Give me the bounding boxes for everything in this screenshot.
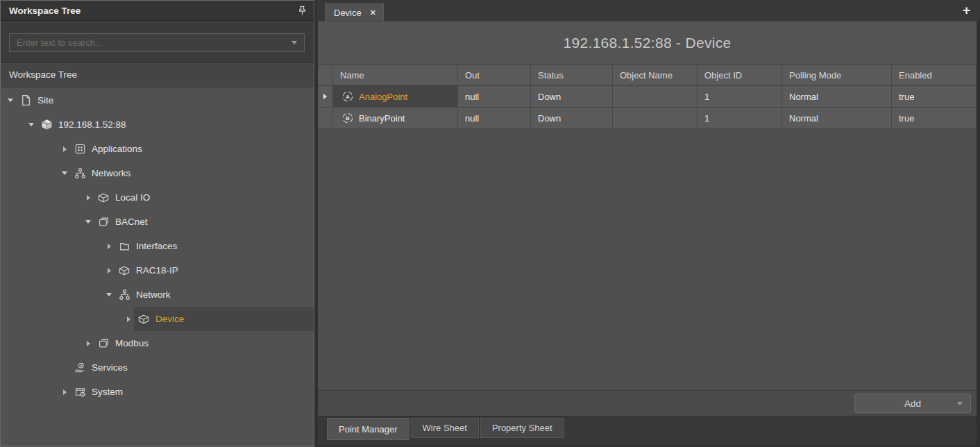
header-name[interactable]: Name bbox=[333, 65, 458, 85]
cell-name[interactable]: B BinaryPoint bbox=[333, 108, 458, 128]
folder-icon bbox=[117, 239, 131, 253]
expander-icon[interactable] bbox=[103, 268, 115, 273]
network-icon bbox=[117, 288, 131, 302]
chevron-down-icon[interactable] bbox=[957, 402, 963, 405]
expander-icon[interactable] bbox=[59, 389, 70, 395]
table-header-row: Name Out Status Object Name Object ID Po… bbox=[318, 65, 977, 86]
tab-point-manager[interactable]: Point Manager bbox=[327, 418, 409, 440]
header-polling-mode[interactable]: Polling Mode bbox=[782, 65, 892, 85]
svg-text:A: A bbox=[346, 94, 350, 100]
device-cube-icon bbox=[96, 191, 110, 205]
tree-item-device[interactable]: Device bbox=[1, 307, 314, 331]
cell-status[interactable]: Down bbox=[531, 108, 613, 128]
view-title: 192.168.1.52:88 - Device bbox=[318, 22, 977, 65]
view-tab-strip: Point Manager Wire Sheet Property Sheet bbox=[318, 416, 977, 445]
tree-item-local-io[interactable]: Local IO bbox=[1, 185, 314, 210]
row-selector[interactable] bbox=[318, 108, 333, 128]
panel-title: Workspace Tree bbox=[9, 6, 298, 16]
apps-icon bbox=[73, 142, 87, 156]
search-strip bbox=[1, 21, 314, 63]
document-icon bbox=[19, 94, 33, 108]
cell-enabled[interactable]: true bbox=[892, 108, 977, 128]
expander-icon[interactable] bbox=[5, 99, 16, 102]
workspace-tree-panel: Workspace Tree Workspace Tree Site bbox=[0, 0, 314, 447]
table-row[interactable]: B BinaryPoint null Down 1 Normal true bbox=[318, 108, 977, 129]
tree-item-system[interactable]: System bbox=[1, 380, 314, 404]
new-tab-button[interactable]: + bbox=[953, 2, 980, 19]
expander-icon[interactable] bbox=[123, 317, 134, 322]
cell-out[interactable]: null bbox=[458, 108, 531, 128]
point-name: BinaryPoint bbox=[359, 113, 405, 124]
tree-item-bacnet[interactable]: BACnet bbox=[1, 210, 314, 234]
expander-icon[interactable] bbox=[59, 171, 70, 175]
search-input[interactable] bbox=[17, 37, 292, 48]
tree-item-rac18-ip[interactable]: RAC18-IP bbox=[1, 258, 314, 282]
point-name: AnalogPoint bbox=[359, 92, 407, 102]
expander-icon[interactable] bbox=[103, 244, 115, 249]
document-tab-strip: Device ✕ + bbox=[316, 0, 980, 21]
expander-icon[interactable] bbox=[59, 146, 70, 152]
tab-wire-sheet[interactable]: Wire Sheet bbox=[411, 418, 479, 438]
expander-icon[interactable] bbox=[26, 123, 37, 126]
system-icon bbox=[73, 385, 87, 399]
stack-icon bbox=[96, 337, 110, 351]
header-status[interactable]: Status bbox=[531, 65, 613, 85]
services-icon bbox=[73, 361, 87, 375]
main-panel: Device ✕ + 192.168.1.52:88 - Device Name… bbox=[316, 0, 980, 447]
device-cube-icon bbox=[117, 264, 131, 278]
cell-enabled[interactable]: true bbox=[892, 86, 977, 107]
expander-icon[interactable] bbox=[83, 341, 94, 346]
cell-status[interactable]: Down bbox=[531, 86, 613, 107]
tree-item-controller[interactable]: 192.168.1.52:88 bbox=[1, 112, 314, 137]
close-icon[interactable]: ✕ bbox=[370, 8, 376, 17]
tree-item-applications[interactable]: Applications bbox=[1, 137, 314, 161]
cell-object-name[interactable] bbox=[613, 86, 698, 107]
expander-icon[interactable] bbox=[83, 220, 94, 224]
header-enabled[interactable]: Enabled bbox=[892, 65, 977, 85]
point-manager-view: 192.168.1.52:88 - Device Name Out Status… bbox=[318, 21, 977, 445]
header-object-name[interactable]: Object Name bbox=[613, 65, 698, 85]
row-selector[interactable] bbox=[318, 86, 333, 107]
cell-polling-mode[interactable]: Normal bbox=[782, 86, 892, 107]
cell-object-id[interactable]: 1 bbox=[698, 86, 782, 107]
tree-item-interfaces[interactable]: Interfaces bbox=[1, 234, 314, 258]
add-button-label: Add bbox=[904, 398, 921, 409]
tab-property-sheet[interactable]: Property Sheet bbox=[480, 418, 564, 438]
search-combo[interactable] bbox=[9, 33, 305, 52]
binary-point-icon: B bbox=[341, 112, 354, 124]
network-icon bbox=[73, 167, 87, 180]
tree-item-site[interactable]: Site bbox=[1, 88, 314, 112]
tree-item-services[interactable]: Services bbox=[1, 355, 314, 380]
cell-polling-mode[interactable]: Normal bbox=[782, 108, 892, 128]
chevron-down-icon[interactable] bbox=[292, 41, 297, 44]
controller-icon bbox=[40, 118, 53, 132]
pin-icon[interactable] bbox=[298, 6, 307, 16]
cell-out[interactable]: null bbox=[458, 86, 531, 107]
row-indicator-icon bbox=[323, 94, 327, 99]
tree-item-network[interactable]: Network bbox=[1, 282, 314, 307]
table-empty-area bbox=[318, 129, 977, 390]
workspace-tree: Site 192.168.1.52:88 bbox=[1, 87, 314, 446]
tree-item-networks[interactable]: Networks bbox=[1, 161, 314, 185]
analog-point-icon: A bbox=[341, 90, 354, 103]
tab-device[interactable]: Device ✕ bbox=[325, 3, 384, 21]
header-object-id[interactable]: Object ID bbox=[698, 65, 782, 85]
table-row[interactable]: A AnalogPoint null Down 1 Normal true bbox=[318, 86, 977, 108]
cell-name[interactable]: A AnalogPoint bbox=[333, 86, 458, 107]
header-selector bbox=[318, 65, 333, 85]
expander-icon[interactable] bbox=[103, 293, 115, 296]
device-cube-icon bbox=[137, 312, 151, 326]
tree-section-label: Workspace Tree bbox=[1, 63, 314, 87]
bottom-toolbar: Add bbox=[318, 390, 977, 416]
add-button[interactable]: Add bbox=[854, 394, 971, 413]
svg-text:B: B bbox=[346, 115, 350, 121]
stack-icon bbox=[96, 215, 110, 229]
header-out[interactable]: Out bbox=[458, 65, 531, 85]
workspace-tree-header: Workspace Tree bbox=[1, 1, 314, 21]
expander-icon[interactable] bbox=[83, 195, 94, 201]
tab-label: Device bbox=[334, 8, 362, 18]
cell-object-id[interactable]: 1 bbox=[698, 108, 782, 128]
tree-item-modbus[interactable]: Modbus bbox=[1, 331, 314, 355]
cell-object-name[interactable] bbox=[613, 108, 698, 128]
